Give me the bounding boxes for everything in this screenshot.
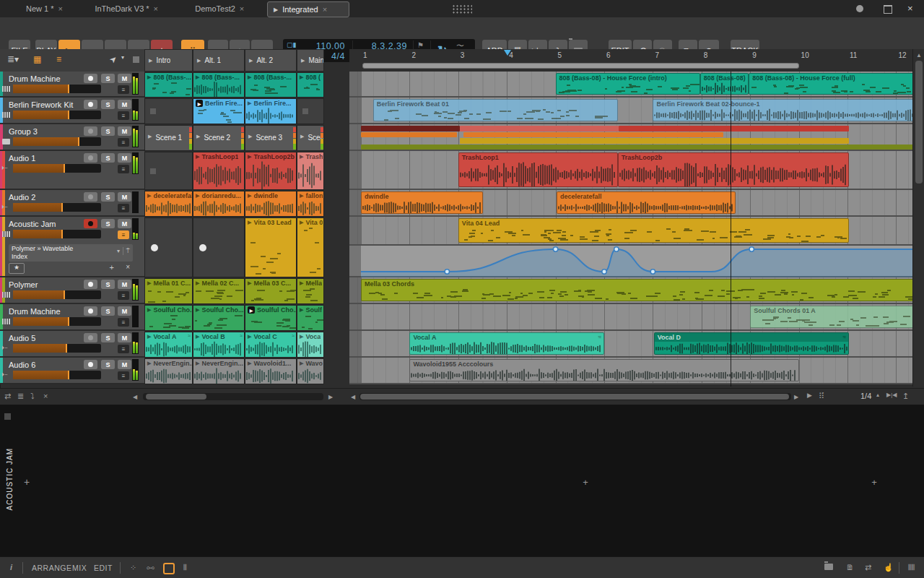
volume-fader[interactable]: [13, 85, 101, 93]
track-menu-button[interactable]: ≡: [118, 318, 129, 327]
arranger-scroll-left-icon[interactable]: ◀: [351, 394, 355, 400]
clip-slot[interactable]: ▶Voca: [297, 332, 324, 358]
zoom-level-value[interactable]: 1/4: [860, 392, 871, 400]
arranger-clip[interactable]: dwindle: [361, 191, 483, 214]
clip-play-icon[interactable]: ▶: [196, 134, 200, 142]
clip-slot[interactable]: ▶fallon: [297, 191, 324, 217]
mute-button[interactable]: M: [118, 74, 131, 83]
add-device-button[interactable]: +: [20, 475, 33, 488]
track-name[interactable]: Audio 5: [9, 334, 35, 342]
track-row[interactable]: Berlin Firework KitSM≡: [0, 98, 144, 124]
dual-display-icon[interactable]: ⁘: [130, 563, 136, 572]
clip-slot[interactable]: ▶Trash: [297, 152, 324, 190]
document-tab[interactable]: InTheDark V3 *×: [89, 1, 188, 16]
document-tab[interactable]: New 1 *×: [20, 1, 87, 16]
clip-slot[interactable]: ▶Vocal B≈: [193, 332, 245, 358]
clip-playing-icon[interactable]: ▶: [196, 100, 203, 107]
clip-play-icon[interactable]: ▶: [147, 334, 151, 340]
track-list-menu-icon[interactable]: ≣▾: [7, 54, 19, 64]
track-list-icon[interactable]: ≣: [17, 392, 24, 401]
playhead[interactable]: [731, 72, 731, 387]
scene-header[interactable]: ▶Intro: [144, 49, 193, 72]
chooser-remove-icon[interactable]: ×: [126, 263, 130, 271]
clip-slot[interactable]: ▶808 (Bass-...: [245, 72, 297, 98]
fold-tracks-icon[interactable]: ⤵: [30, 392, 35, 400]
zoom-menu-icon[interactable]: ▴: [876, 392, 879, 398]
follow-playback-icon[interactable]: ▶: [807, 392, 812, 399]
panel-columns-icon[interactable]: ⫴: [183, 563, 187, 572]
arranger-clip[interactable]: TrashLoop1: [458, 152, 618, 187]
clip-play-icon[interactable]: ▶: [147, 280, 151, 286]
scene-header[interactable]: ▶Alt. 2: [245, 49, 297, 72]
keyboard-icon[interactable]: ⫴⫴: [908, 563, 915, 572]
mute-button[interactable]: M: [118, 126, 131, 136]
arranger-clip[interactable]: Vita 04 Lead: [458, 218, 849, 243]
record-arm-button[interactable]: [84, 280, 97, 289]
track-menu-button[interactable]: ≡: [118, 230, 129, 239]
clip-play-icon[interactable]: ▶: [300, 220, 303, 225]
track-name[interactable]: Group 3: [9, 127, 38, 136]
track-menu-button[interactable]: ≡: [118, 204, 129, 212]
clip-slot[interactable]: ▶NeverEngin...: [193, 358, 245, 384]
scene-header[interactable]: ▶Alt. 1: [193, 49, 245, 72]
solo-button[interactable]: S: [101, 126, 115, 136]
favorite-star-icon[interactable]: ★: [9, 263, 25, 274]
track-menu-button[interactable]: ≡: [118, 111, 129, 120]
mute-button[interactable]: M: [118, 153, 131, 163]
record-arm-button[interactable]: [84, 306, 97, 316]
record-arm-button[interactable]: [84, 153, 97, 163]
edit-tab[interactable]: EDIT: [94, 564, 113, 572]
automation-editor-icon[interactable]: ⠿́: [819, 392, 824, 401]
mute-button[interactable]: M: [118, 100, 131, 109]
arranger-hscrollbar[interactable]: [359, 393, 791, 400]
clip-play-icon[interactable]: ▶: [196, 280, 199, 286]
clip-play-icon[interactable]: ▶: [248, 334, 251, 340]
arranger-clip[interactable]: Berlin Firework Beat 02-bounce-1: [653, 99, 915, 121]
clip-play-icon[interactable]: ▶: [147, 307, 151, 313]
clip-slot[interactable]: ▶Scene 3: [245, 125, 297, 151]
scene-play-icon[interactable]: ▶: [149, 58, 152, 64]
track-name[interactable]: Audio 6: [9, 361, 35, 369]
loop-range-icon[interactable]: ▢▮: [287, 41, 296, 48]
clip-play-icon[interactable]: ▶: [248, 361, 251, 366]
project-folder-icon[interactable]: [824, 563, 833, 571]
volume-fader[interactable]: [13, 137, 101, 146]
arranger-clip[interactable]: 808 (Bass-08): [700, 73, 749, 95]
clip-play-icon[interactable]: ▶: [300, 334, 303, 340]
tab-close-icon[interactable]: ×: [58, 4, 63, 13]
record-arm-button[interactable]: [84, 192, 97, 202]
clip-slot[interactable]: [193, 217, 245, 277]
clip-play-icon[interactable]: ▶: [300, 134, 304, 142]
clip-play-icon[interactable]: ▶: [147, 361, 151, 366]
launcher-scroll-right-icon[interactable]: ▶: [328, 394, 333, 400]
track-menu-button[interactable]: ≡: [118, 291, 129, 300]
clip-play-icon[interactable]: ▶: [147, 74, 151, 80]
clip-slot[interactable]: ▶TrashLoop2b: [245, 152, 297, 190]
record-arm-button[interactable]: [84, 219, 97, 228]
track-swap-icon[interactable]: ⇄: [4, 392, 11, 401]
tool-dropdown-icon[interactable]: ▾: [121, 54, 124, 61]
add-device-between-button[interactable]: +: [582, 475, 589, 488]
device-chooser[interactable]: Polymer » WavetableIndex▾⍑: [9, 244, 133, 262]
clip-slot[interactable]: ▶Berlin Fire...: [193, 98, 245, 124]
clip-slot[interactable]: ▶deceleratefall: [144, 191, 193, 217]
clear-icon[interactable]: ×: [43, 392, 48, 400]
clip-slot[interactable]: ▶Vita 0: [297, 217, 324, 277]
track-menu-button[interactable]: ≡: [118, 371, 129, 380]
solo-button[interactable]: S: [101, 280, 115, 289]
scroll-up-icon[interactable]: ▲: [916, 52, 922, 59]
track-name[interactable]: Audio 2: [9, 193, 35, 202]
clip-slot[interactable]: ▶Berlin Fire...: [245, 98, 297, 124]
group-mini-clip[interactable]: [619, 126, 849, 131]
clip-play-icon[interactable]: ▶: [300, 361, 303, 366]
clip-slot[interactable]: [144, 152, 193, 190]
clip-launcher-toggle-icon[interactable]: ▦: [33, 54, 41, 64]
track-name[interactable]: Acoustic Jam: [9, 220, 56, 228]
scene-header[interactable]: ▶Main: [297, 49, 324, 72]
clip-slot[interactable]: ▶Vocal C≈: [245, 332, 297, 358]
automation-curve[interactable]: [349, 246, 912, 277]
clip-slot[interactable]: ▶Mella 02 C...: [193, 278, 245, 304]
track-row[interactable]: Audio 1SM⏵~≡: [0, 151, 144, 190]
single-panel-icon[interactable]: [163, 563, 175, 574]
beat-ruler[interactable]: 123456789101112: [349, 49, 912, 72]
